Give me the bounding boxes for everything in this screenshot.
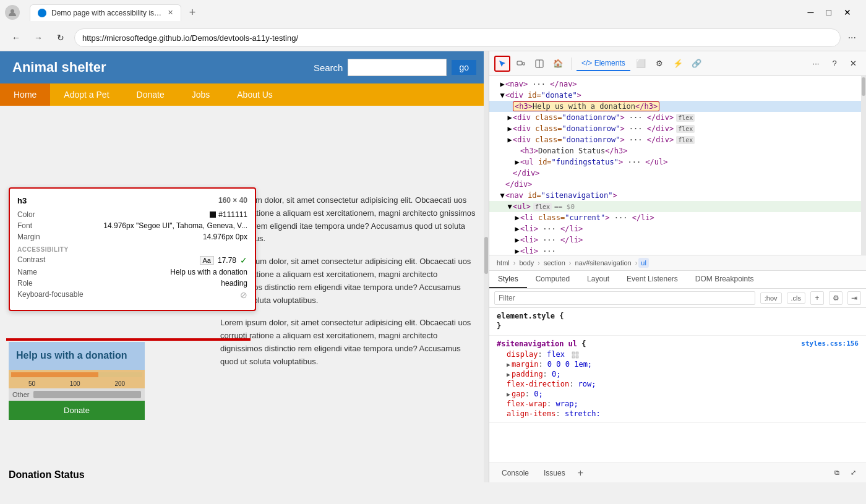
dock-button[interactable]	[531, 56, 547, 72]
tab-dom-breakpoints[interactable]: DOM Breakpoints	[687, 271, 763, 288]
dom-line[interactable]: ▶<li> ··· </li>	[489, 223, 866, 234]
contrast-value: Aa 17.78 ✓	[200, 255, 248, 265]
style-settings-button[interactable]: ⚙	[829, 291, 842, 305]
element-inspector-tooltip: h3 160 × 40 Color #111111 Font 14.976px …	[9, 187, 256, 311]
console-icon[interactable]: ⚙	[651, 56, 667, 72]
svg-rect-5	[572, 352, 575, 354]
tooltip-margin-label: Margin	[17, 233, 40, 241]
close-button[interactable]: ✕	[839, 7, 856, 17]
devtools-more-button[interactable]: ···	[808, 56, 824, 72]
dom-line[interactable]: ▶<li> ··· </li>	[489, 234, 866, 246]
devtools-close-button[interactable]: ✕	[845, 56, 861, 72]
dom-line[interactable]: </div>	[489, 179, 866, 190]
element-preview-area: Help us with a donation 50 100 200	[9, 342, 145, 420]
style-more-button[interactable]: ⇥	[847, 291, 861, 305]
svg-rect-8	[576, 356, 578, 358]
tooltip-dimensions: 160 × 40	[218, 196, 247, 205]
dom-breadcrumbs: html › body › section › nav#sitenavigati…	[489, 255, 866, 271]
tab-issues[interactable]: Issues	[536, 465, 573, 481]
preview-heading-text: Help us with a donation	[16, 349, 137, 362]
dom-line[interactable]: ▶<nav> ··· </nav>	[489, 79, 866, 90]
tab-computed[interactable]: Computed	[527, 271, 578, 288]
tab-console[interactable]: Console	[494, 465, 536, 481]
dom-line[interactable]: ▶<div class="donationrow"> ··· </div>fle…	[489, 112, 866, 123]
tooltip-color-value: #111111	[210, 210, 247, 219]
new-tab-button[interactable]: +	[184, 4, 201, 21]
tooltip-element-type: h3	[17, 196, 27, 205]
keyboard-focusable-icon: ⊘	[240, 290, 247, 300]
styles-filter-input[interactable]	[494, 291, 755, 305]
donation-status-section: Donation Status Dogs Cats Farm Animals	[9, 469, 145, 482]
dom-line[interactable]: ▼<div id="donate">	[489, 90, 866, 101]
browser-tab[interactable]: Demo page with accessibility issu... ✕	[30, 4, 181, 21]
device-emulation-button[interactable]	[513, 56, 529, 72]
dom-line-ul[interactable]: ▼<ul>flex== $0	[489, 201, 866, 212]
sitenavigation-ul-rule: #sitenavigation ul { styles.css:156 disp…	[489, 336, 866, 423]
elements-home-button[interactable]: 🏠	[550, 56, 566, 72]
dom-line[interactable]: ▶<ul id="fundingstatus"> ··· </ul>	[489, 156, 866, 168]
network-icon[interactable]: 🔗	[688, 56, 705, 72]
nav-item-donate[interactable]: Donate	[123, 83, 178, 106]
styles-panel-tabs: Styles Computed Layout Event Listeners D…	[489, 271, 866, 289]
address-bar[interactable]	[74, 28, 841, 47]
elements-tab[interactable]: </> Elements	[577, 56, 630, 71]
bottom-expand-button[interactable]: ⤢	[845, 465, 861, 481]
nav-item-home[interactable]: Home	[0, 83, 50, 106]
sources-icon[interactable]: ⬜	[633, 56, 649, 72]
nav-item-about[interactable]: About Us	[223, 83, 286, 106]
breadcrumb-ul[interactable]: ul	[638, 258, 649, 268]
nav-item-adopt[interactable]: Adopt a Pet	[50, 83, 122, 106]
donate-button[interactable]: Donate	[9, 401, 145, 420]
style-source-link[interactable]: styles.css:156	[801, 340, 859, 348]
back-button[interactable]: ←	[7, 29, 25, 46]
tooltip-margin-value: 14.976px 0px	[203, 233, 247, 241]
dom-line[interactable]: ▶<div class="donationrow"> ··· </div>fle…	[489, 123, 866, 134]
breadcrumb-html[interactable]: html	[494, 258, 512, 268]
breadcrumb-nav[interactable]: nav#sitenavigation	[573, 258, 634, 268]
browser-more-icon[interactable]: ···	[846, 30, 859, 46]
breadcrumb-section[interactable]: section	[541, 258, 568, 268]
tab-favicon	[38, 9, 46, 17]
add-style-button[interactable]: +	[810, 291, 824, 305]
forward-button[interactable]: →	[30, 29, 47, 46]
refresh-button[interactable]: ↻	[52, 29, 69, 46]
dom-line[interactable]: </div>	[489, 168, 866, 179]
add-tab-button[interactable]: +	[573, 465, 588, 481]
dom-line-h3[interactable]: <h3>Help us with a donation</h3>	[489, 101, 866, 112]
minimize-button[interactable]: ─	[803, 7, 819, 17]
tab-event-listeners[interactable]: Event Listeners	[618, 271, 687, 288]
devtools-help-button[interactable]: ?	[826, 56, 842, 72]
dom-line[interactable]: ▶<li class="current"> ··· </li>	[489, 212, 866, 223]
bottom-dock-button[interactable]: ⧉	[829, 465, 845, 481]
performance-icon[interactable]: ⚡	[670, 56, 686, 72]
site-title: Animal shelter	[12, 59, 106, 75]
dom-line[interactable]: ▼<nav id="sitenavigation">	[489, 190, 866, 201]
svg-rect-2	[523, 62, 525, 65]
pseudo-cls-button[interactable]: .cls	[787, 293, 806, 304]
search-go-button[interactable]: go	[452, 60, 476, 75]
tab-close-icon[interactable]: ✕	[168, 9, 173, 17]
page-scroll-thumb[interactable]	[484, 237, 488, 274]
tab-styles[interactable]: Styles	[489, 271, 527, 288]
devtools-panel: 🏠 </> Elements ⬜ ⚙ ⚡ 🔗 ··· ? ✕ ▶<nav> ··…	[489, 51, 866, 482]
tab-layout[interactable]: Layout	[578, 271, 618, 288]
other-label: Other	[12, 391, 30, 398]
tooltip-color-label: Color	[17, 210, 35, 219]
dom-line[interactable]: <h3>Donation Status</h3>	[489, 145, 866, 156]
breadcrumb-body[interactable]: body	[517, 258, 536, 268]
inspect-element-button[interactable]	[494, 56, 510, 72]
dom-line[interactable]: ▶<div class="donationrow"> ··· </div>fle…	[489, 134, 866, 145]
site-navigation: Home Adopt a Pet Donate Jobs About Us	[0, 83, 489, 106]
tooltip-font-label: Font	[17, 221, 32, 230]
accessibility-section-label: ACCESSIBILITY	[17, 246, 247, 253]
nav-item-jobs[interactable]: Jobs	[178, 83, 224, 106]
page-scrollbar[interactable]	[484, 51, 489, 482]
dom-scrollbar[interactable]	[861, 76, 866, 255]
element-style-rule: element.style { }	[489, 308, 866, 336]
search-label: Search	[314, 62, 343, 73]
search-input[interactable]	[348, 59, 447, 76]
maximize-button[interactable]: □	[821, 7, 836, 17]
tooltip-font-value: 14.976px "Segoe UI", Tahoma, Geneva, V..…	[103, 221, 247, 230]
dom-line[interactable]: ▶<li> ···	[489, 246, 866, 255]
pseudo-hov-button[interactable]: :hov	[760, 293, 782, 304]
